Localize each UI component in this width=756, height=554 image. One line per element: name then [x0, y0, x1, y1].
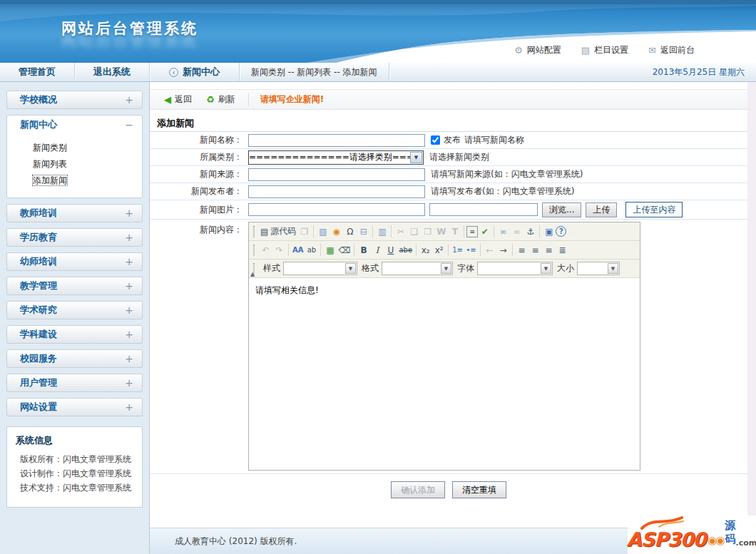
- back-label: 返回: [175, 93, 192, 106]
- column-settings-link[interactable]: ▤ 栏目设置: [581, 44, 628, 56]
- font-combo[interactable]: ▼: [477, 262, 553, 275]
- paste-text-icon[interactable]: T: [448, 225, 461, 238]
- upload-to-content-button[interactable]: 上传至内容: [625, 202, 683, 217]
- site-config-link[interactable]: ⚙ 网站配置: [514, 44, 561, 56]
- special-char-icon[interactable]: Ω: [343, 225, 357, 238]
- sidebar-item-news-center[interactable]: 新闻中心 −: [7, 116, 142, 134]
- expand-plus-icon: +: [125, 401, 133, 413]
- unordered-list-icon[interactable]: •≡: [464, 243, 478, 257]
- toolbar-separator: [512, 244, 513, 256]
- spell-check-icon[interactable]: ✔: [478, 225, 491, 238]
- align-left-icon[interactable]: ≡: [515, 243, 528, 257]
- sidebar-item-user-management[interactable]: 用户管理 +: [6, 374, 143, 392]
- back-to-front-link[interactable]: ✉ 返回前台: [648, 44, 695, 56]
- style-combo-label: 样式: [263, 262, 280, 275]
- back-to-front-label: 返回前台: [660, 44, 695, 56]
- publish-checkbox[interactable]: [431, 135, 440, 145]
- sidebar-item-academic-research[interactable]: 学术研究 +: [6, 301, 143, 319]
- news-name-input[interactable]: [248, 134, 425, 147]
- align-right-icon[interactable]: ≡: [542, 243, 556, 257]
- cut-icon[interactable]: ✂: [394, 225, 407, 238]
- refresh-button[interactable]: ♻ 刷新: [206, 93, 235, 106]
- chevron-down-icon: ▼: [441, 263, 451, 274]
- expand-plus-icon: +: [125, 256, 133, 267]
- preview-icon[interactable]: ❐: [297, 225, 311, 238]
- style-combo[interactable]: ▼: [283, 262, 357, 275]
- browse-button[interactable]: 浏览...: [542, 202, 581, 217]
- justify-icon[interactable]: ≣: [556, 243, 569, 257]
- sidebar-item-site-settings[interactable]: 网站设置 +: [6, 398, 143, 416]
- strikethrough-icon[interactable]: abe: [397, 243, 414, 257]
- toolbar-separator: [313, 225, 314, 237]
- sidebar-item-academic-education[interactable]: 学历教育 +: [6, 228, 143, 247]
- undo-icon[interactable]: ↶: [259, 243, 272, 257]
- bold-icon[interactable]: B: [357, 243, 370, 257]
- sidebar-item-discipline-construction[interactable]: 学科建设 +: [6, 325, 143, 344]
- header-links: ⚙ 网站配置 ▤ 栏目设置 ✉ 返回前台: [514, 44, 695, 56]
- maximize-icon[interactable]: ▣: [542, 225, 556, 238]
- page-break-icon[interactable]: ⊟: [357, 225, 370, 238]
- format-combo[interactable]: ▼: [382, 262, 453, 275]
- image-file-input[interactable]: [429, 203, 538, 216]
- insert-image-icon[interactable]: ▧: [316, 225, 330, 238]
- editor-toolbar-row3: 样式 ▼ 格式 ▼ 字体 ▼ 大小 ▼: [249, 260, 640, 278]
- news-image-input[interactable]: [248, 203, 425, 216]
- site-config-label: 网站配置: [527, 44, 561, 56]
- insert-media-icon[interactable]: ◉: [330, 225, 343, 238]
- align-center-icon[interactable]: ≡: [528, 243, 542, 257]
- main-content: ◀ 返回 ♻ 刷新 请填写企业新闻! 添加新闻 新闻名称： 发布 请填写新闻名称…: [150, 82, 747, 528]
- remove-format-icon[interactable]: ⌫: [337, 243, 352, 257]
- back-button[interactable]: ◀ 返回: [164, 93, 192, 106]
- sidebar-item-label: 新闻中心: [20, 118, 57, 131]
- column-settings-label: 栏目设置: [594, 44, 628, 56]
- nav-logout[interactable]: 退出系统: [75, 63, 150, 81]
- source-code-icon[interactable]: ▤源代码: [259, 225, 297, 238]
- system-info-line: 版权所有：闪电文章管理系统: [16, 454, 136, 465]
- superscript-icon[interactable]: x²: [432, 243, 446, 257]
- unlink-icon[interactable]: ∞: [510, 225, 523, 238]
- news-source-input[interactable]: [248, 168, 425, 181]
- size-combo[interactable]: ▼: [577, 262, 620, 275]
- ordered-list-icon[interactable]: 1≡: [451, 243, 464, 257]
- indent-icon[interactable]: →: [496, 243, 510, 257]
- category-select[interactable]: ==============请选择类别============= ▼: [248, 150, 424, 165]
- sidebar-item-school-overview[interactable]: 学校概况 +: [6, 91, 143, 109]
- toolbar-collapse-icon[interactable]: ▲: [250, 271, 255, 277]
- find-icon[interactable]: AA: [291, 243, 305, 257]
- sidebar-subitem-news-category[interactable]: 新闻类别: [7, 140, 142, 156]
- sidebar-subitem-add-news[interactable]: 添加新闻: [7, 173, 142, 189]
- anchor-icon[interactable]: ⚓: [523, 225, 537, 238]
- paste-icon[interactable]: ❒: [421, 225, 434, 238]
- copy-icon[interactable]: ❑: [407, 225, 421, 238]
- sidebar-item-teacher-training[interactable]: 教师培训 +: [6, 204, 143, 222]
- print-icon[interactable]: ≡: [466, 226, 478, 237]
- page-right-strip: [747, 82, 756, 554]
- select-all-icon[interactable]: ▦: [323, 243, 337, 257]
- sidebar-item-campus-services[interactable]: 校园服务 +: [6, 349, 143, 368]
- link-icon[interactable]: ∞: [496, 225, 510, 238]
- mail-icon: ✉: [648, 45, 656, 56]
- nav-admin-home[interactable]: 管理首页: [0, 63, 75, 81]
- sidebar-subitem-news-list[interactable]: 新闻列表: [7, 156, 142, 173]
- confirm-add-button[interactable]: 确认添加: [391, 481, 445, 498]
- subscript-icon[interactable]: x₂: [419, 243, 432, 257]
- sidebar-item-teaching-management[interactable]: 教学管理 +: [6, 277, 143, 295]
- upload-button[interactable]: 上传: [586, 202, 617, 217]
- reset-button[interactable]: 清空重填: [452, 481, 506, 498]
- nav-current-section[interactable]: ‹ 新闻中心: [150, 63, 240, 81]
- help-icon[interactable]: ?: [556, 226, 566, 237]
- template-icon[interactable]: ▥: [375, 225, 389, 238]
- underline-icon[interactable]: U: [384, 243, 397, 257]
- paste-word-icon[interactable]: W: [434, 225, 448, 238]
- system-info-panel: 系统信息 版权所有：闪电文章管理系统 设计制作：闪电文章管理系统 技术支持：闪电…: [6, 426, 143, 508]
- app-header: 网站后台管理系统 ⚙ 网站配置 ▤ 栏目设置 ✉ 返回前台: [0, 0, 756, 63]
- sidebar-subitems: 新闻类别 新闻列表 添加新闻: [7, 134, 142, 192]
- category-hint: 请选择新闻类别: [429, 151, 489, 163]
- italic-icon[interactable]: I: [370, 243, 384, 257]
- outdent-icon[interactable]: ←: [483, 243, 496, 257]
- sidebar-item-preschool-training[interactable]: 幼师培训 +: [6, 252, 143, 271]
- replace-icon[interactable]: ab: [305, 243, 318, 257]
- redo-icon[interactable]: ↷: [272, 243, 286, 257]
- editor-content-area[interactable]: 请填写相关信息!: [249, 279, 640, 470]
- news-publisher-input[interactable]: [248, 185, 425, 198]
